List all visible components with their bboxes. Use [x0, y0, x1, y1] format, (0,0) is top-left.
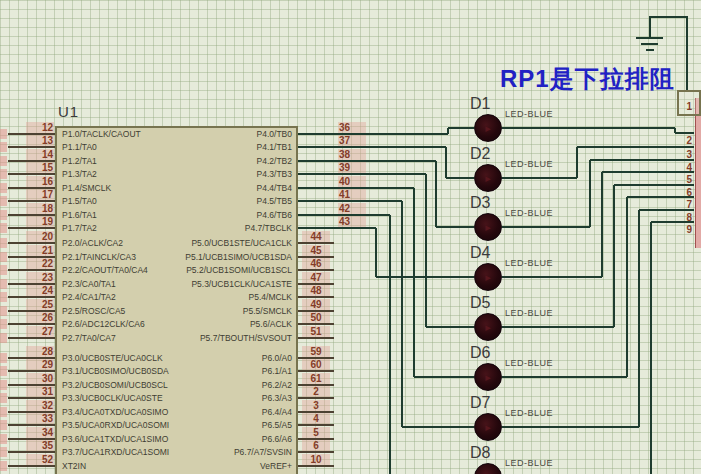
wire-segment	[448, 127, 474, 129]
rp1-body[interactable]	[695, 98, 701, 248]
dangling-wire-mark	[0, 319, 7, 329]
pin-number: 23	[26, 272, 54, 283]
led-D7[interactable]: ▸	[474, 413, 502, 441]
pin-number: 26	[26, 312, 54, 323]
pin-number: 52	[26, 454, 54, 465]
mcu-ref-label: U1	[58, 103, 79, 120]
pin-label: P5.1/UCB1SIMO/UCB1SDA	[162, 252, 292, 262]
pin-number: 33	[26, 413, 54, 424]
pin-label: P6.6/A6	[162, 434, 292, 444]
wire-segment	[8, 337, 55, 339]
led-D6[interactable]: ▸	[474, 363, 502, 391]
pin-number: 37	[338, 135, 366, 146]
pin-number: 49	[302, 299, 330, 310]
pin-label: P4.4/TB4	[162, 183, 292, 193]
pin-number: 61	[302, 373, 330, 384]
pin-label: P2.1/TAINCLK/CA3	[62, 252, 136, 262]
pin-label: P1.2/TA1	[62, 156, 97, 166]
wire-segment	[446, 177, 474, 179]
pin-number: 43	[338, 216, 366, 227]
wire-segment	[298, 200, 402, 202]
led-ref-label: D8	[470, 444, 490, 462]
rp1-pin-number: 2	[678, 135, 692, 146]
led-D1[interactable]: ▸	[474, 114, 502, 142]
wire-segment	[376, 276, 474, 278]
led-D8[interactable]: ▸	[474, 463, 502, 474]
pin-number: 41	[338, 189, 366, 200]
wire-segment	[298, 370, 334, 372]
wire-segment	[8, 146, 55, 148]
dangling-wire-mark	[0, 169, 7, 179]
dangling-wire-mark	[0, 210, 7, 220]
pin-number: 3	[302, 400, 330, 411]
rp1-pin-number: 3	[678, 149, 692, 160]
dangling-wire-mark	[0, 461, 7, 471]
wire-segment	[502, 376, 627, 378]
wire-segment	[589, 160, 591, 227]
pin-label: P5.5/SMCLK	[162, 306, 292, 316]
dangling-wire-mark	[0, 196, 7, 206]
pin-label: P2.5/ROSC/CA5	[62, 306, 125, 316]
wire-segment	[675, 132, 694, 134]
pin-label: P4.3/TB3	[162, 169, 292, 179]
pin-label: P4.2/TB2	[162, 156, 292, 166]
dangling-wire-mark	[0, 434, 7, 444]
wire-segment	[8, 200, 55, 202]
pin-label: P6.3/A3	[162, 393, 292, 403]
dangling-wire-mark	[0, 353, 7, 363]
led-D4[interactable]: ▸	[474, 263, 502, 291]
wire-segment	[298, 214, 390, 216]
dangling-wire-mark	[0, 142, 7, 152]
wire-segment	[426, 326, 474, 328]
dangling-wire-mark	[0, 238, 7, 248]
pin-label: P1.0/TACLK/CAOUT	[62, 129, 141, 139]
wire-segment	[298, 465, 334, 467]
wire-segment	[613, 185, 615, 327]
wire-segment	[298, 323, 334, 325]
wire-segment	[502, 426, 639, 428]
led-D2[interactable]: ▸	[474, 164, 502, 192]
wire-segment	[502, 127, 675, 129]
pin-number: 42	[338, 203, 366, 214]
wire-segment	[389, 215, 391, 474]
pin-number: 31	[26, 386, 54, 397]
wire-segment	[298, 451, 334, 453]
dangling-wire-mark	[0, 183, 7, 193]
pin-number: 51	[302, 326, 330, 337]
wire-segment	[8, 451, 55, 453]
wire-segment	[502, 276, 602, 278]
dangling-wire-mark	[0, 447, 7, 457]
pin-number: 47	[302, 272, 330, 283]
pin-label: P6.0/A0	[162, 353, 292, 363]
wire-segment	[298, 296, 334, 298]
pin-label: P4.6/TB6	[162, 210, 292, 220]
pin-label: P3.2/UCB0SOMI/UCB0SCL	[62, 380, 168, 390]
wire-segment	[298, 227, 376, 229]
dangling-wire-mark	[0, 306, 7, 316]
pin-number: 5	[302, 427, 330, 438]
pin-label: P3.0/UCB0STE/UCA0CLK	[62, 353, 163, 363]
pin-label: P2.3/CA0/TA1	[62, 279, 116, 289]
wire-segment	[8, 323, 55, 325]
wire-segment	[298, 146, 446, 148]
pin-number: 46	[302, 258, 330, 269]
rp1-pin-number: 9	[678, 224, 692, 235]
led-D5[interactable]: ▸	[474, 313, 502, 341]
led-type-label: LED-BLUE	[505, 458, 553, 468]
pin-label: P2.6/ADC12CLK/CA6	[62, 319, 145, 329]
led-D3[interactable]: ▸	[474, 213, 502, 241]
led-type-label: LED-BLUE	[505, 308, 553, 318]
pin-number: 14	[26, 149, 54, 160]
wire-segment	[401, 201, 403, 427]
pin-number: 29	[26, 359, 54, 370]
led-type-label: LED-BLUE	[505, 159, 553, 169]
led-ref-label: D6	[470, 344, 490, 362]
wire-segment	[298, 173, 426, 175]
wire-segment	[8, 173, 55, 175]
wire-segment	[413, 188, 415, 377]
pin-label: P1.4/SMCLK	[62, 183, 111, 193]
pin-number: 22	[26, 258, 54, 269]
pin-number: 25	[26, 299, 54, 310]
pin-number: 2	[302, 386, 330, 397]
pin-label: P6.2/A2	[162, 380, 292, 390]
